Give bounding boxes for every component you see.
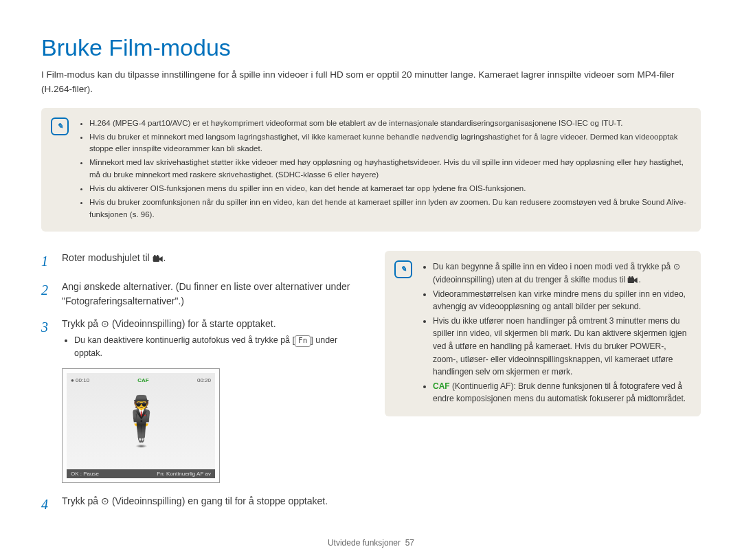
- manual-page: Bruke Film-modus I Film-modus kan du til…: [0, 0, 742, 560]
- step-body: Trykk på ⊙ (Videoinnspilling) for å star…: [62, 317, 357, 360]
- step-body: Roter modushjulet til .: [62, 251, 357, 271]
- screen-bottom-bar: OK : Pause Fn: Kontinuerlig AF av: [67, 469, 215, 478]
- right-note-box: ✎ Du kan begynne å spille inn en video i…: [385, 251, 701, 416]
- note-item: H.264 (MPEG-4 part10/AVC) er et høykompr…: [89, 117, 688, 130]
- page-footer: Utvidede funksjoner 57: [0, 538, 742, 548]
- fn-key: Fn: [295, 335, 311, 346]
- step-4: 4 Trykk på ⊙ (Videoinnspilling) en gang …: [41, 494, 357, 515]
- svg-text:✎: ✎: [57, 122, 63, 130]
- svg-rect-1: [153, 256, 159, 262]
- note-item: Du kan begynne å spille inn en video i n…: [433, 260, 688, 286]
- step-list-cont: 4 Trykk på ⊙ (Videoinnspilling) en gang …: [41, 494, 357, 515]
- note-text: Du kan begynne å spille inn en video i n…: [433, 262, 680, 284]
- step-list: 1 Roter modushjulet til . 2 Angi ønskede…: [41, 251, 357, 360]
- total-time: 00:20: [197, 377, 211, 383]
- step-text: Trykk på ⊙ (Videoinnspilling) for å star…: [62, 318, 276, 329]
- svg-rect-5: [628, 278, 634, 283]
- note-text: (Kontinuerlig AF): Bruk denne funksjonen…: [433, 381, 686, 404]
- svg-point-2: [154, 255, 156, 257]
- camera-screen-illustration: ● 00:10 CAF 00:20 🕴 OK : Pause Fn: Konti…: [62, 368, 220, 483]
- bar-right: Fn: Kontinuerlig AF av: [157, 471, 211, 477]
- svg-point-3: [157, 255, 159, 257]
- rec-indicator: ● 00:10: [71, 377, 89, 383]
- step-body: Trykk på ⊙ (Videoinnspilling) en gang ti…: [62, 494, 357, 515]
- caf-indicator: CAF: [137, 377, 148, 383]
- screen-inner: ● 00:10 CAF 00:20 🕴: [67, 373, 215, 469]
- step-number: 4: [41, 494, 54, 515]
- movie-mode-icon: [153, 255, 164, 263]
- screen-top-row: ● 00:10 CAF 00:20: [71, 377, 211, 383]
- svg-point-6: [629, 276, 631, 278]
- rec-time: 00:10: [76, 377, 89, 383]
- right-column: ✎ Du kan begynne å spille inn en video i…: [385, 251, 701, 523]
- note-text: .: [638, 275, 640, 284]
- note-icon: ✎: [51, 117, 69, 135]
- left-column: 1 Roter modushjulet til . 2 Angi ønskede…: [41, 251, 357, 523]
- note-icon: ✎: [394, 260, 412, 278]
- intro-paragraph: I Film-modus kan du tilpasse innstilling…: [41, 68, 701, 97]
- content-columns: 1 Roter modushjulet til . 2 Angi ønskede…: [41, 251, 701, 523]
- note-item: Videorammestørrelsen kan virke mindre me…: [433, 288, 688, 313]
- note-item: Hvis du ikke utfører noen handlinger på …: [433, 315, 688, 379]
- step-number: 2: [41, 280, 54, 309]
- step-sub-list: Du kan deaktivere kontinuerlig autofokus…: [62, 334, 357, 360]
- movie-mode-icon: [627, 276, 638, 284]
- caf-label: CAF: [433, 381, 450, 391]
- bar-left: OK : Pause: [71, 471, 99, 477]
- footer-page-number: 57: [405, 538, 414, 548]
- top-note-box: ✎ H.264 (MPEG-4 part10/AVC) er et høykom…: [41, 108, 701, 232]
- note-item: Hvis du bruker et minnekort med langsom …: [89, 131, 688, 156]
- note-item: Hvis du aktiverer OIS-funksjonen mens du…: [89, 183, 688, 195]
- step-sub-item: Du kan deaktivere kontinuerlig autofokus…: [74, 334, 357, 360]
- step-1: 1 Roter modushjulet til .: [41, 251, 357, 271]
- note-item: Minnekort med lav skrivehastighet støtte…: [89, 157, 688, 181]
- svg-point-7: [631, 276, 633, 278]
- top-note-list: H.264 (MPEG-4 part10/AVC) er et høykompr…: [77, 117, 688, 223]
- step-2: 2 Angi ønskede alternativer. (Du finner …: [41, 280, 357, 309]
- svg-text:✎: ✎: [401, 266, 407, 273]
- step-text: Roter modushjulet til: [62, 252, 153, 263]
- sub-text: Du kan deaktivere kontinuerlig autofokus…: [74, 335, 293, 345]
- page-title: Bruke Film-modus: [41, 34, 701, 61]
- right-note-list: Du kan begynne å spille inn en video i n…: [420, 260, 688, 407]
- footer-section: Utvidede funksjoner: [328, 538, 401, 548]
- note-item: CAF (Kontinuerlig AF): Bruk denne funksj…: [433, 380, 688, 405]
- step-body: Angi ønskede alternativer. (Du finner en…: [62, 280, 357, 309]
- step-number: 3: [41, 317, 54, 360]
- step-3: 3 Trykk på ⊙ (Videoinnspilling) for å st…: [41, 317, 357, 360]
- step-number: 1: [41, 251, 54, 271]
- note-item: Hvis du bruker zoomfunksjonen når du spi…: [89, 197, 688, 221]
